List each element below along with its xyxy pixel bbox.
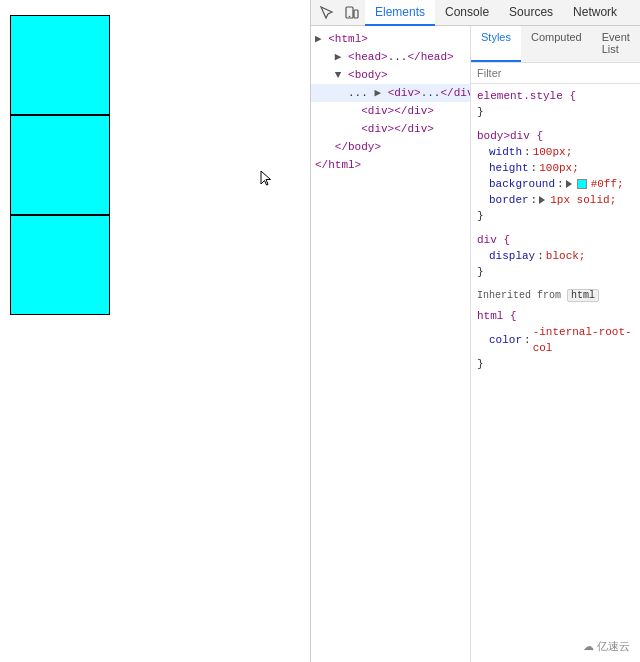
- dom-div-2[interactable]: <div></div>: [311, 120, 470, 138]
- div-close: }: [477, 264, 634, 280]
- tab-event-list[interactable]: Event List: [592, 26, 640, 62]
- border-arrow[interactable]: [539, 196, 545, 204]
- style-rule-html: html { color: -internal-root-col }: [477, 308, 634, 372]
- dom-div-selected[interactable]: ... ▶ <div>...</div> == $: [311, 84, 470, 102]
- html-close: }: [477, 356, 634, 372]
- styles-panel: Styles Computed Event List element.style…: [471, 26, 640, 662]
- styles-content: element.style { } body>div { width: 100p…: [471, 84, 640, 662]
- style-line-border: border: 1px solid;: [477, 192, 634, 208]
- svg-rect-1: [354, 10, 358, 18]
- color-swatch[interactable]: [577, 179, 587, 189]
- style-line-width: width: 100px;: [477, 144, 634, 160]
- element-style-close: }: [477, 104, 634, 120]
- style-line-color: color: -internal-root-col: [477, 324, 634, 356]
- styles-tab-bar: Styles Computed Event List: [471, 26, 640, 63]
- style-rule-element: element.style { }: [477, 88, 634, 120]
- tab-sources[interactable]: Sources: [499, 0, 563, 26]
- inspect-icon[interactable]: [317, 3, 337, 23]
- cyan-box-1: [10, 15, 110, 115]
- watermark-icon: ☁: [583, 640, 594, 653]
- style-rule-body-div: body>div { width: 100px; height: 100px; …: [477, 128, 634, 224]
- style-line-height: height: 100px;: [477, 160, 634, 176]
- elements-panel: ▶ <html> ▶ <head>...</head> ▼ <body> ...: [311, 26, 640, 662]
- body-div-selector: body>div {: [477, 128, 634, 144]
- tab-network[interactable]: Network: [563, 0, 627, 26]
- devtools-toolbar: Elements Console Sources Network: [311, 0, 640, 26]
- div-selector: div {: [477, 232, 634, 248]
- cyan-boxes-container: [10, 15, 110, 315]
- dom-html[interactable]: ▶ <html>: [311, 30, 470, 48]
- dom-body[interactable]: ▼ <body>: [311, 66, 470, 84]
- cyan-box-2: [10, 115, 110, 215]
- dom-head[interactable]: ▶ <head>...</head>: [311, 48, 470, 66]
- inherited-from-label: Inherited from html: [477, 288, 634, 304]
- cyan-box-3: [10, 215, 110, 315]
- dom-body-close[interactable]: </body>: [311, 138, 470, 156]
- background-arrow[interactable]: [566, 180, 572, 188]
- watermark: ☁ 亿速云: [583, 639, 630, 654]
- html-arrow[interactable]: ▶: [315, 33, 322, 45]
- devtools-tabs: Elements Console Sources Network: [365, 0, 634, 26]
- tab-console[interactable]: Console: [435, 0, 499, 26]
- dom-html-close[interactable]: </html>: [311, 156, 470, 174]
- svg-point-2: [349, 15, 351, 17]
- tab-elements[interactable]: Elements: [365, 0, 435, 26]
- inherited-tag: html: [567, 289, 599, 302]
- filter-bar: [471, 63, 640, 84]
- filter-input[interactable]: [477, 67, 634, 79]
- devtools-panel: Elements Console Sources Network ▶ <html…: [310, 0, 640, 662]
- body-div-close: }: [477, 208, 634, 224]
- style-line-display: display: block;: [477, 248, 634, 264]
- html-selector: html {: [477, 308, 634, 324]
- tab-computed[interactable]: Computed: [521, 26, 592, 62]
- style-rule-div: div { display: block; }: [477, 232, 634, 280]
- preview-area: [0, 0, 310, 662]
- device-icon[interactable]: [341, 3, 361, 23]
- div-arrow[interactable]: ▶: [374, 87, 381, 99]
- dom-tree: ▶ <html> ▶ <head>...</head> ▼ <body> ...: [311, 26, 471, 662]
- dom-div-1[interactable]: <div></div>: [311, 102, 470, 120]
- head-arrow[interactable]: ▶: [335, 51, 342, 63]
- style-line-background: background: #0ff;: [477, 176, 634, 192]
- tab-styles[interactable]: Styles: [471, 26, 521, 62]
- element-style-selector: element.style {: [477, 88, 634, 104]
- watermark-text: 亿速云: [597, 639, 630, 654]
- body-arrow[interactable]: ▼: [335, 69, 342, 81]
- mouse-cursor: [260, 170, 274, 188]
